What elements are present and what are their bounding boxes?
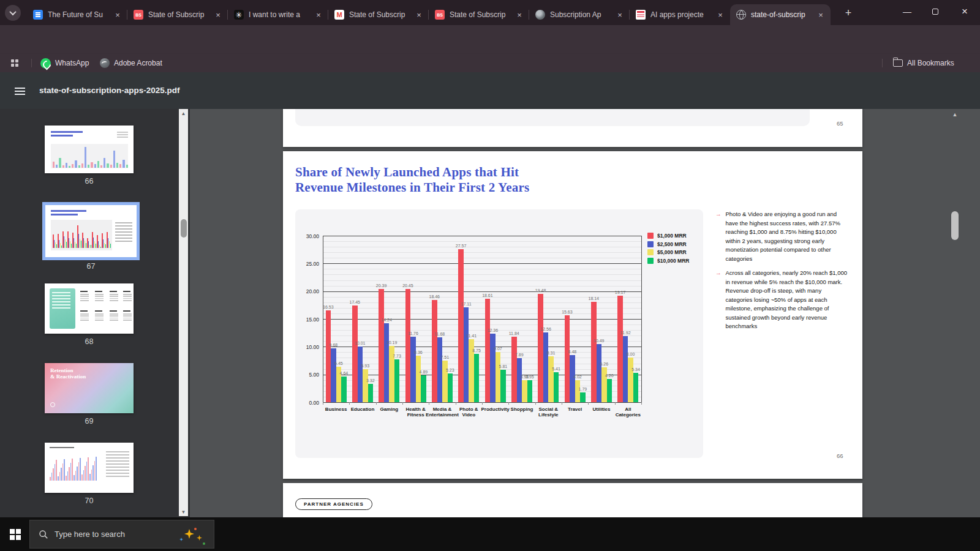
tab-5[interactable]: BSState of Subscrip× — [429, 4, 529, 25]
mini-text-line — [106, 476, 129, 477]
mini-text-line — [106, 463, 129, 465]
chart-bar — [363, 369, 368, 402]
mini-text-line — [52, 304, 70, 305]
mini-text-line — [95, 296, 104, 297]
mini-text-line — [123, 313, 132, 315]
mini-text-line — [115, 241, 132, 242]
mini-text-line — [110, 313, 118, 315]
tab-title: State of Subscrip — [148, 10, 213, 19]
main-scrollbar-thumb[interactable] — [951, 211, 959, 240]
major-gridline — [323, 236, 641, 236]
bar-value-label: 5.41 — [546, 367, 566, 371]
chart-bar — [416, 356, 421, 402]
mini-text-line — [106, 460, 129, 462]
bookmark-whatsapp[interactable]: WhatsApp — [40, 56, 89, 70]
mini-bar — [113, 151, 115, 168]
legend-item: $2,500 MRR — [647, 241, 687, 247]
mini-bar — [77, 467, 78, 481]
tab-2[interactable]: BSState of Subscrip× — [127, 4, 228, 25]
x-axis-tick — [508, 402, 509, 405]
all-bookmarks-button[interactable]: All Bookmarks — [893, 56, 954, 70]
bookmark-adobe-acrobat[interactable]: Adobe Acrobat — [100, 56, 162, 70]
annotations-block: →Photo & Video are enjoying a good run a… — [715, 210, 849, 337]
major-gridline — [323, 291, 641, 292]
bar-value-label: 18.46 — [424, 294, 444, 299]
mini-bar — [58, 476, 59, 481]
tab-close-icon[interactable]: × — [615, 10, 625, 20]
mini-col-header — [110, 310, 117, 312]
tab-close-icon[interactable]: × — [213, 10, 223, 20]
mini-title-line — [51, 135, 73, 137]
legend-swatch — [647, 249, 654, 255]
mini-text-line — [115, 228, 132, 230]
tab-7[interactable]: AI apps projecte× — [630, 4, 730, 25]
new-tab-button[interactable]: + — [842, 6, 855, 20]
start-button[interactable] — [10, 529, 21, 540]
sidebar-scrollbar-thumb[interactable] — [181, 219, 187, 238]
chart-bar — [617, 296, 623, 402]
mini-text-line — [95, 320, 104, 321]
minimize-button[interactable]: — — [893, 0, 921, 23]
chart-bar — [522, 380, 527, 402]
annotation-item: →Photo & Video are enjoying a good run a… — [715, 210, 849, 263]
mini-text-line — [80, 300, 89, 301]
bar-value-label: 8.00 — [621, 352, 641, 356]
chart-bar — [432, 300, 437, 402]
bar-value-label: 10.49 — [589, 339, 609, 343]
x-axis-tick — [456, 402, 456, 405]
tab-4[interactable]: MState of Subscrip× — [328, 4, 429, 25]
mini-text-line — [115, 238, 132, 239]
chart-bar — [580, 392, 586, 402]
mini-text-line — [115, 234, 132, 236]
chart-bar — [538, 294, 543, 402]
tab-8[interactable]: state-of-subscrip× — [730, 4, 831, 25]
thumbnail-page-66[interactable] — [45, 126, 134, 173]
pdf-menu-icon[interactable] — [15, 86, 25, 97]
x-axis-tick — [429, 402, 429, 405]
thumbnail-page-70[interactable] — [45, 443, 134, 493]
scroll-up-arrow-icon[interactable]: ▲ — [179, 109, 188, 118]
maximize-button[interactable] — [921, 0, 949, 23]
mini-bar — [119, 164, 121, 168]
tab-search-button[interactable] — [5, 5, 21, 21]
tab-1[interactable]: The Future of Su× — [27, 4, 127, 25]
bar-value-label: 9.68 — [323, 343, 343, 347]
legend-swatch — [647, 241, 654, 247]
chart-bar — [458, 249, 464, 402]
tab-close-icon[interactable]: × — [816, 10, 826, 20]
tab-close-icon[interactable]: × — [414, 10, 424, 20]
mini-text-line — [110, 320, 118, 321]
revenuecat-icon: BS — [134, 10, 143, 20]
close-button[interactable]: × — [951, 0, 979, 23]
tab-title: State of Subscrip — [450, 10, 514, 19]
tab-3[interactable]: ✳I want to write a× — [228, 4, 328, 25]
thumbnail-page-68[interactable] — [45, 283, 134, 334]
folder-icon — [893, 59, 903, 67]
mini-text-line — [110, 318, 118, 319]
thumbnail-page-label: 69 — [45, 417, 134, 425]
annotation-item: →Across all categories, nearly 20% reach… — [715, 269, 849, 331]
tab-close-icon[interactable]: × — [715, 10, 725, 20]
taskbar-search-box[interactable]: Type here to search — [29, 520, 214, 549]
sidebar-scrollbar[interactable]: ▲ ▼ — [179, 109, 188, 516]
page-footer-number: 65 — [837, 120, 843, 127]
tab-close-icon[interactable]: × — [113, 10, 123, 20]
thumbnail-page-69[interactable]: Retention & Reactivation — [45, 363, 134, 413]
mini-text-line — [80, 318, 89, 319]
y-axis-tick-label: 5.00 — [296, 372, 319, 378]
tab-close-icon[interactable]: × — [514, 10, 524, 20]
tab-close-icon[interactable]: × — [314, 10, 323, 20]
tab-6[interactable]: Subscription Ap× — [529, 4, 630, 25]
thumbnail-page-67[interactable] — [45, 205, 137, 257]
apps-grid-button[interactable] — [11, 56, 18, 70]
mini-text-line — [115, 225, 132, 227]
mini-text-line — [117, 132, 128, 133]
chart-bar — [448, 373, 453, 402]
scroll-down-arrow-icon[interactable]: ▼ — [179, 508, 188, 516]
thumbnail-page-label: 70 — [45, 497, 134, 505]
chart-bar — [575, 380, 581, 402]
main-scroll-up-arrow-icon[interactable]: ▲ — [950, 110, 960, 119]
chart-bar — [517, 358, 522, 402]
page-footer-number: 66 — [837, 452, 843, 459]
mini-bar — [88, 165, 89, 168]
